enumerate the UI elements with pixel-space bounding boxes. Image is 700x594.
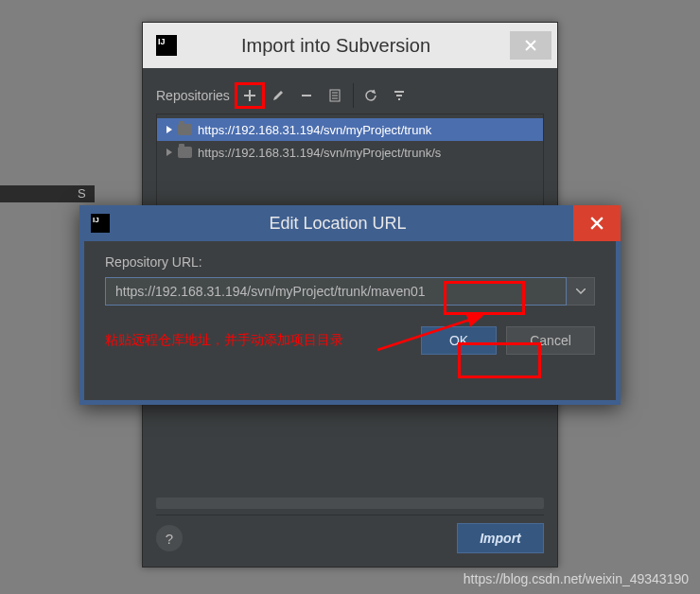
minus-icon <box>300 89 313 102</box>
chevron-down-icon <box>576 288 586 294</box>
cancel-button[interactable]: Cancel <box>506 326 595 355</box>
dialog-title: Import into Subversion <box>190 35 510 57</box>
tree-item[interactable]: https://192.168.31.194/svn/myProject/tru… <box>157 141 543 164</box>
bg-editor-stripe: S <box>0 185 95 202</box>
help-button[interactable]: ? <box>156 525 183 551</box>
horizontal-scrollbar[interactable] <box>156 498 544 509</box>
details-button[interactable] <box>321 83 349 108</box>
edit-repo-button[interactable] <box>264 83 292 108</box>
refresh-button[interactable] <box>353 83 385 108</box>
expand-icon[interactable] <box>166 148 172 156</box>
close-icon <box>590 217 604 230</box>
remove-repo-button[interactable] <box>292 83 321 108</box>
dialog-footer: ? Import <box>156 515 544 553</box>
watermark: https://blog.csdn.net/weixin_49343190 <box>464 571 689 586</box>
edit-location-url-dialog: IJ Edit Location URL Repository URL: 粘贴远… <box>79 205 621 405</box>
dialog-titlebar: IJ Import into Subversion <box>143 23 557 68</box>
intellij-icon: IJ <box>156 35 177 56</box>
url-history-dropdown[interactable] <box>567 277 595 306</box>
add-repo-button[interactable] <box>236 83 264 108</box>
dialog-title: Edit Location URL <box>121 214 573 234</box>
filter-icon <box>393 89 406 102</box>
url-label: Repository URL: <box>105 254 595 270</box>
filter-button[interactable] <box>385 83 413 108</box>
annotation-text: 粘贴远程仓库地址，并手动添加项目目录 <box>105 332 343 349</box>
import-button[interactable]: Import <box>457 523 544 553</box>
ok-button[interactable]: OK <box>421 326 497 355</box>
toolbar-label: Repositories <box>156 88 230 103</box>
plus-icon <box>243 89 256 102</box>
dialog-titlebar: IJ Edit Location URL <box>79 205 621 241</box>
expand-icon[interactable] <box>166 126 172 133</box>
intellij-icon: IJ <box>91 214 110 233</box>
refresh-icon <box>364 89 377 102</box>
folder-icon <box>178 124 192 135</box>
tree-item-label: https://192.168.31.194/svn/myProject/tru… <box>198 123 431 137</box>
repo-toolbar: Repositories <box>156 81 544 110</box>
close-button[interactable] <box>573 205 621 241</box>
tree-item[interactable]: https://192.168.31.194/svn/myProject/tru… <box>157 118 543 141</box>
page-icon <box>329 89 341 102</box>
close-icon <box>525 40 536 51</box>
repository-url-input[interactable] <box>105 277 567 306</box>
tree-item-label: https://192.168.31.194/svn/myProject/tru… <box>198 146 441 160</box>
url-field-row <box>105 277 595 306</box>
pencil-icon <box>271 89 285 102</box>
close-button[interactable] <box>510 31 551 60</box>
folder-icon <box>178 147 192 158</box>
